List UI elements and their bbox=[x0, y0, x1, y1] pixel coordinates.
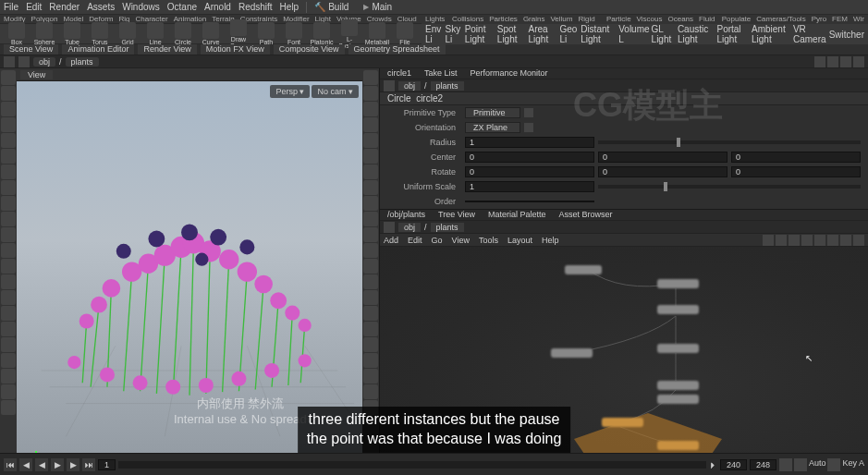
shelf-tool[interactable]: Circle bbox=[170, 22, 196, 45]
viewport-tool[interactable] bbox=[1, 353, 16, 368]
network-node[interactable] bbox=[657, 381, 699, 390]
shelf-tool[interactable]: Box bbox=[4, 22, 30, 45]
path-icon-2[interactable] bbox=[827, 56, 838, 67]
shelf-tab[interactable]: Vellum bbox=[550, 15, 572, 24]
network-node[interactable] bbox=[657, 395, 699, 404]
shelf-tab[interactable]: Populate Cro bbox=[722, 15, 752, 24]
network-node[interactable] bbox=[602, 418, 643, 427]
shelf-tool[interactable]: Volume L bbox=[618, 24, 649, 44]
timeline-auto[interactable]: Auto bbox=[809, 458, 826, 471]
menu-edit[interactable]: Edit bbox=[26, 2, 42, 12]
viewport-display-tool[interactable] bbox=[363, 384, 378, 399]
param-field[interactable]: 0 bbox=[731, 166, 861, 177]
viewport-display-tool[interactable] bbox=[363, 306, 378, 321]
timeline-lock-icon[interactable] bbox=[779, 458, 792, 471]
net-crumb-obj[interactable]: obj bbox=[398, 223, 421, 232]
menu-help[interactable]: Help bbox=[280, 2, 300, 12]
shelf-tab[interactable]: Fluid Cont bbox=[699, 15, 716, 24]
params-tab-perf[interactable]: Performance Monitor bbox=[467, 68, 552, 79]
shelf-tab[interactable]: Particle Fluids bbox=[606, 15, 631, 24]
viewport-display-tool[interactable] bbox=[363, 133, 378, 148]
params-crumb-obj[interactable]: obj bbox=[398, 81, 421, 91]
net-icon-3[interactable] bbox=[789, 235, 800, 246]
shelf-tool[interactable]: Spot Light bbox=[497, 24, 527, 44]
viewport-tool[interactable] bbox=[1, 274, 16, 289]
net-icon-1[interactable] bbox=[763, 235, 774, 246]
menu-render[interactable]: Render bbox=[49, 2, 79, 12]
timeline-first-icon[interactable]: ⏮ bbox=[4, 458, 17, 471]
param-menu-icon[interactable] bbox=[524, 123, 533, 132]
timeline-prev-icon[interactable]: ◀ bbox=[19, 458, 32, 471]
shelf-tool[interactable]: Area Light bbox=[528, 24, 557, 44]
params-tab-takes[interactable]: Take List bbox=[421, 68, 461, 79]
shelf-tool[interactable]: Distant Light bbox=[581, 24, 617, 44]
panel-tab[interactable]: Motion FX View bbox=[201, 44, 270, 55]
param-slider[interactable] bbox=[598, 185, 861, 189]
path-back-icon[interactable] bbox=[4, 56, 15, 67]
network-node[interactable] bbox=[657, 305, 699, 314]
params-crumb-plants[interactable]: plants bbox=[431, 81, 464, 91]
shelf-tool[interactable]: Curve bbox=[198, 22, 224, 45]
panel-tab[interactable]: Scene View bbox=[4, 44, 58, 55]
net-icon-2[interactable] bbox=[776, 235, 787, 246]
net-icon-4[interactable] bbox=[801, 235, 813, 246]
shelf-tool[interactable]: Point Light bbox=[465, 24, 495, 44]
shelf-tool[interactable]: VR Camera bbox=[793, 24, 827, 44]
net-icon-7[interactable] bbox=[840, 235, 851, 246]
viewport-tool[interactable] bbox=[1, 243, 16, 258]
viewport-display-tool[interactable] bbox=[363, 243, 378, 258]
network-node[interactable] bbox=[657, 279, 699, 288]
viewport-display-tool[interactable] bbox=[363, 353, 378, 368]
viewport-tool[interactable] bbox=[1, 259, 16, 274]
viewport-display-tool[interactable] bbox=[363, 86, 378, 101]
shelf-tool[interactable]: File bbox=[392, 22, 418, 45]
viewport-display-tool[interactable] bbox=[363, 322, 378, 336]
shelf-tool[interactable]: GL Light bbox=[652, 24, 676, 44]
net-back-icon[interactable] bbox=[384, 222, 395, 233]
panel-tab[interactable]: Animation Editor bbox=[62, 44, 134, 55]
shelf-tab[interactable]: Rigid Bodies bbox=[578, 15, 600, 24]
viewport-tool[interactable] bbox=[1, 290, 16, 305]
build-button[interactable]: 🔨Build bbox=[314, 2, 348, 12]
shelf-tool[interactable]: Line bbox=[142, 22, 168, 45]
shelf-tool[interactable]: Sphere bbox=[31, 22, 57, 45]
params-back-icon[interactable] bbox=[384, 80, 395, 91]
shelf-tool[interactable]: Env Li bbox=[425, 24, 444, 44]
net-menu-go[interactable]: Go bbox=[432, 236, 443, 245]
param-field[interactable]: 0 bbox=[731, 152, 861, 163]
viewport-display-tool[interactable] bbox=[363, 337, 378, 352]
network-node[interactable] bbox=[657, 344, 699, 353]
net-tab-mat[interactable]: Material Palette bbox=[484, 210, 550, 220]
net-tab-tree[interactable]: Tree View bbox=[434, 210, 479, 220]
menu-arnold[interactable]: Arnold bbox=[204, 2, 231, 12]
viewport-display-tool[interactable] bbox=[363, 117, 378, 132]
path-fwd-icon[interactable] bbox=[18, 56, 30, 67]
net-menu-help[interactable]: Help bbox=[542, 236, 559, 245]
timeline-frame-field[interactable]: 1 bbox=[98, 459, 116, 470]
net-crumb-plants[interactable]: plants bbox=[431, 223, 464, 232]
menu-redshift[interactable]: Redshift bbox=[238, 2, 273, 12]
viewport-tool[interactable] bbox=[1, 306, 16, 321]
path-crumb-plants[interactable]: plants bbox=[66, 57, 99, 67]
viewport-tool[interactable] bbox=[1, 400, 16, 415]
param-dropdown[interactable]: ZX Plane bbox=[465, 122, 520, 133]
shelf-tool[interactable]: Portal Light bbox=[716, 24, 750, 44]
param-field[interactable] bbox=[465, 201, 594, 202]
menu-windows[interactable]: Windows bbox=[122, 2, 160, 12]
path-icon-4[interactable] bbox=[853, 56, 864, 67]
path-icon-3[interactable] bbox=[840, 56, 851, 67]
network-node[interactable] bbox=[565, 265, 602, 274]
viewport-display-tool[interactable] bbox=[363, 212, 378, 226]
shelf-tab[interactable]: Collisions bbox=[452, 15, 483, 24]
params-tab-circle[interactable]: circle1 bbox=[384, 68, 415, 79]
viewport-display-tool[interactable] bbox=[363, 259, 378, 274]
path-icon-1[interactable] bbox=[814, 56, 825, 67]
param-menu-icon[interactable] bbox=[524, 108, 533, 117]
timeline-audio-icon[interactable] bbox=[794, 458, 807, 471]
viewport-display-tool[interactable] bbox=[363, 274, 378, 289]
shelf-tool[interactable]: Switcher bbox=[829, 30, 864, 40]
param-field[interactable]: 1 bbox=[465, 181, 594, 192]
shelf-tab[interactable]: Viscous Fluids bbox=[637, 15, 663, 24]
viewport-tool[interactable] bbox=[1, 180, 16, 195]
menu-assets[interactable]: Assets bbox=[87, 2, 115, 12]
